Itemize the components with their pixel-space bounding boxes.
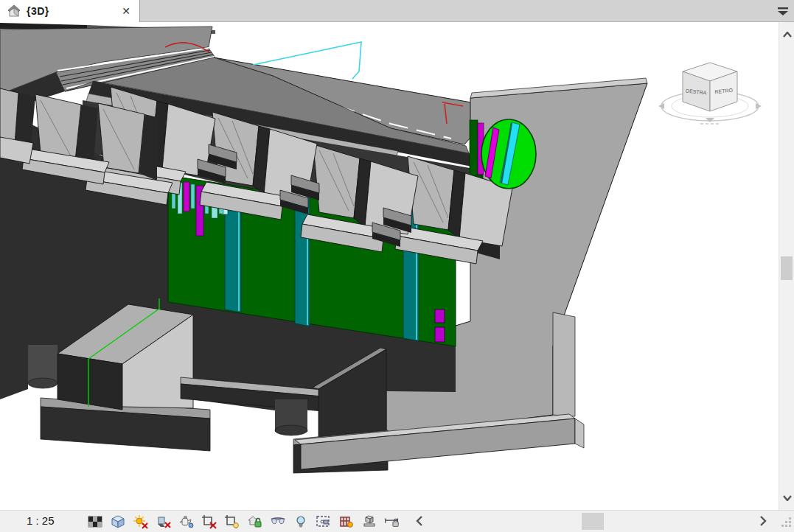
detail-callout-circle[interactable]	[481, 119, 536, 189]
revit-drawing-area: {3D} ✕	[0, 0, 794, 532]
sun-path-icon[interactable]	[133, 513, 149, 530]
vertical-scrollbar[interactable]	[779, 22, 794, 510]
resize-grip-icon[interactable]	[779, 515, 793, 528]
horizontal-scrollbar[interactable]	[413, 511, 779, 532]
scroll-right-icon[interactable]	[760, 516, 767, 529]
bridge-3d-model: DESTRA RETRO	[0, 22, 779, 510]
temporary-view-properties-icon[interactable]	[316, 513, 332, 530]
3d-home-icon	[6, 4, 22, 18]
view-tab-3d[interactable]: {3D} ✕	[0, 0, 140, 22]
crop-region-visibility-icon[interactable]	[224, 513, 240, 530]
view-control-bar: 1 : 25	[0, 510, 794, 532]
reveal-hidden-elements-icon[interactable]	[293, 513, 309, 530]
viewcube[interactable]: DESTRA RETRO	[658, 63, 762, 124]
displacement-sets-icon[interactable]	[361, 513, 377, 530]
tab-close-icon[interactable]: ✕	[122, 6, 130, 16]
scroll-down-icon[interactable]	[780, 490, 794, 505]
temporary-hide-isolate-icon[interactable]	[270, 513, 286, 530]
analytical-model-icon[interactable]	[338, 513, 355, 530]
shadows-icon[interactable]	[156, 513, 172, 530]
horizontal-scroll-thumb[interactable]	[582, 513, 604, 530]
view-tab-bar: {3D} ✕	[0, 0, 794, 22]
scroll-left-icon[interactable]	[416, 516, 422, 529]
visual-style-icon[interactable]	[110, 513, 126, 530]
3d-view-canvas[interactable]: DESTRA RETRO	[0, 22, 779, 510]
vertical-scroll-thumb[interactable]	[781, 256, 793, 280]
locked-3d-view-icon[interactable]	[247, 513, 263, 530]
rendering-dialog-icon[interactable]	[178, 513, 195, 530]
reveal-constraints-icon[interactable]	[384, 513, 400, 530]
view-scale-control[interactable]: 1 : 25	[27, 514, 55, 527]
tab-list-dropdown-icon[interactable]	[775, 3, 791, 19]
tab-label: {3D}	[27, 5, 49, 17]
detail-level-icon[interactable]	[87, 513, 103, 530]
scroll-up-icon[interactable]	[780, 27, 794, 42]
view-control-icons	[87, 513, 400, 530]
crop-view-icon[interactable]	[201, 513, 217, 530]
